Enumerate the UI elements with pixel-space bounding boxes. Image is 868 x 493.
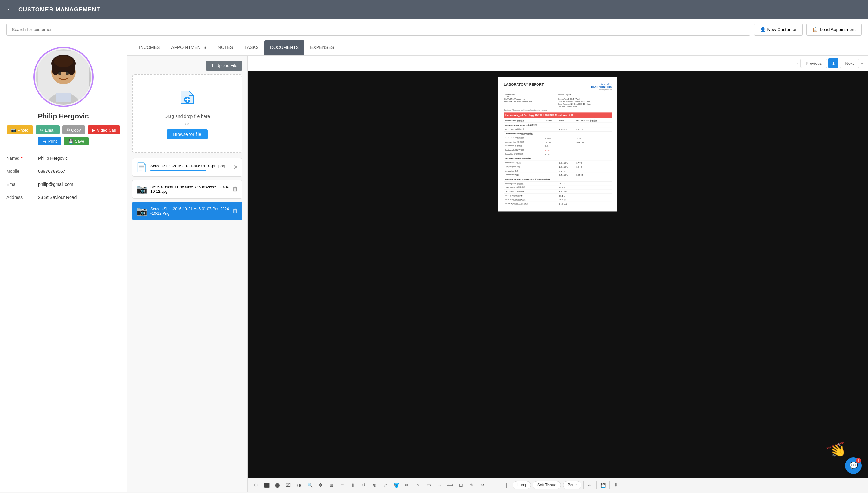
rect-outline-icon[interactable]: ▭ [424, 480, 433, 490]
target-icon[interactable]: ⊕ [370, 480, 379, 490]
save-button[interactable]: 💾 Save [64, 137, 89, 146]
fill-icon[interactable]: 🪣 [392, 480, 401, 490]
more-icon[interactable]: ⋯ [489, 480, 498, 490]
brand-tagline: testing the way [591, 89, 612, 90]
tab-documents[interactable]: DOCUMENTS [265, 40, 305, 55]
print-button[interactable]: 🖨 Print [38, 137, 61, 146]
save-icon: 💾 [68, 139, 73, 144]
lab-section-header: Haematology & Serology 血液学及血清检测 Results … [504, 112, 612, 117]
move-icon[interactable]: ✥ [316, 480, 325, 490]
file-item-3[interactable]: 📷 Screen-Shot-2016-10-21-At-6.01.07-Pm_2… [132, 202, 242, 220]
header: ← CUSTOMER MANAGEMENT [0, 0, 868, 19]
brand-name: innovative [591, 83, 612, 85]
avatar [36, 49, 91, 105]
customer-name: Philip Hergovic [6, 112, 120, 121]
document-icon: 📄 [136, 162, 147, 172]
email-row: Email: philip@gmail.com [6, 178, 120, 191]
soft-tissue-button[interactable]: Soft Tissue [533, 481, 561, 489]
up-icon[interactable]: ⬆ [349, 480, 357, 490]
download-icon[interactable]: ⬇ [611, 480, 620, 490]
upload-button[interactable]: ⬆ Upload File [206, 61, 242, 70]
undo-icon[interactable]: ↩ [585, 480, 594, 490]
circle-icon[interactable]: ⬤ [273, 480, 282, 490]
drag-drop-text: Drag and drop file here [139, 114, 235, 119]
tab-appointments[interactable]: APPOINTMENTS [165, 40, 212, 55]
photo-button[interactable]: 📷 Photo [7, 126, 33, 134]
list-icon[interactable]: ≡ [338, 480, 347, 490]
align-icon[interactable]: ⊞ [327, 480, 336, 490]
arrow-right-icon[interactable]: → [435, 480, 444, 490]
zoom-icon[interactable]: 🔍 [306, 480, 314, 490]
video-call-button[interactable]: ▶ Video Call [88, 126, 120, 134]
main-layout: Philip Hergovic 📷 Photo ✉ Email ⧉ Copy ▶… [0, 40, 868, 492]
lab-report-preview: LABORATORY REPORT innovative DIAGNOSTICS… [498, 77, 617, 211]
pencil-icon[interactable]: ✏ [403, 480, 411, 490]
video-icon: ▶ [92, 128, 95, 132]
load-appointment-button[interactable]: 📋 Load Appointment [806, 23, 862, 36]
toolbar-sep-4 [609, 481, 609, 489]
toolbar-sep-2 [583, 481, 583, 489]
camera-icon: 📷 [11, 128, 16, 132]
tab-expenses[interactable]: EXPENSES [305, 40, 340, 55]
previous-button[interactable]: Previous [800, 59, 827, 68]
transform-icon[interactable]: ⟺ [446, 480, 454, 490]
square-icon[interactable]: ⬛ [262, 480, 271, 490]
oval-icon[interactable]: ○ [414, 480, 422, 490]
svg-point-7 [58, 71, 61, 75]
left-sidebar: Philip Hergovic 📷 Photo ✉ Email ⧉ Copy ▶… [0, 40, 127, 492]
documents-area: ⬆ Upload File Drag and drop file here [127, 56, 868, 492]
file-panel: ⬆ Upload File Drag and drop file here [127, 56, 248, 492]
crop-icon[interactable]: ⊡ [457, 480, 465, 490]
chevron-right-icon: » [860, 61, 863, 66]
copy-icon: ⧉ [67, 127, 69, 132]
file-delete-2[interactable]: 🗑 [232, 186, 238, 193]
address-label: Address: [6, 195, 38, 200]
rotate-icon[interactable]: ↺ [359, 480, 368, 490]
settings-icon[interactable]: ⚙ [251, 480, 260, 490]
mobile-value: 08976789567 [38, 169, 120, 174]
new-customer-button[interactable]: 👤 New Customer [754, 23, 803, 36]
file-add-icon [139, 88, 235, 110]
file-item-1[interactable]: 📄 Screen-Shot-2016-10-21-at-6.01.07-pm.p… [132, 158, 242, 177]
redo-icon[interactable]: ↪ [478, 480, 487, 490]
file-delete-1[interactable]: ✕ [233, 164, 238, 171]
email-label: Email: [6, 182, 38, 187]
chevron-left-icon: « [797, 61, 799, 66]
edit-icon[interactable]: ✎ [467, 480, 476, 490]
preview-panel: « Previous 1 Next » LABORATORY REPORT [248, 56, 868, 492]
back-button[interactable]: ← [6, 5, 13, 14]
bone-button[interactable]: Bone [563, 481, 581, 489]
address-value: 23 St Saviour Road [38, 195, 120, 200]
or-text: or [139, 121, 235, 126]
chat-icon: 💬 [849, 462, 858, 470]
browse-button[interactable]: Browse for file [167, 129, 208, 140]
drag-icon[interactable]: ⤢ [381, 480, 390, 490]
file-name-1: Screen-Shot-2016-10-21-at-6.01.07-pm.png [151, 164, 230, 168]
image-icon-2: 📷 [136, 184, 147, 194]
page-number: 1 [828, 58, 839, 68]
pagination-bar: « Previous 1 Next » [248, 56, 868, 71]
copy-button[interactable]: ⧉ Copy [62, 126, 85, 134]
email-button[interactable]: ✉ Email [36, 126, 60, 134]
tabs-bar: INCOMES APPOINTMENTS NOTES TASKS DOCUMEN… [127, 40, 868, 56]
shape-icon[interactable]: ⌧ [284, 480, 293, 490]
search-input[interactable] [6, 23, 750, 36]
next-button[interactable]: Next [840, 59, 859, 68]
lung-button[interactable]: Lung [513, 481, 531, 489]
tab-incomes[interactable]: INCOMES [133, 40, 165, 55]
file-item-2[interactable]: 📷 D5950799ddb11fdc90b897369c82eec9_2024-… [132, 180, 242, 198]
tab-notes[interactable]: NOTES [212, 40, 239, 55]
disk-icon[interactable]: 💾 [598, 480, 607, 490]
file-delete-3[interactable]: 🗑 [232, 208, 238, 214]
action-buttons: 📷 Photo ✉ Email ⧉ Copy ▶ Video Call 🖨 Pr… [6, 126, 120, 146]
email-icon: ✉ [40, 128, 44, 132]
avatar-ring [34, 47, 94, 107]
chat-bubble[interactable]: 💬 1 [845, 457, 862, 474]
preview-toolbar: ⚙ ⬛ ⬤ ⌧ ◑ 🔍 ✥ ⊞ ≡ ⬆ ↺ ⊕ ⤢ 🪣 ✏ ○ ▭ [248, 478, 868, 492]
toolbar-sep-3 [596, 481, 597, 489]
file-progress-1 [151, 170, 206, 171]
contrast-icon[interactable]: ◑ [295, 480, 304, 490]
cursor-icon[interactable]: | [502, 480, 511, 490]
drop-zone: Drag and drop file here or Browse for fi… [132, 74, 242, 153]
tab-tasks[interactable]: TASKS [239, 40, 265, 55]
